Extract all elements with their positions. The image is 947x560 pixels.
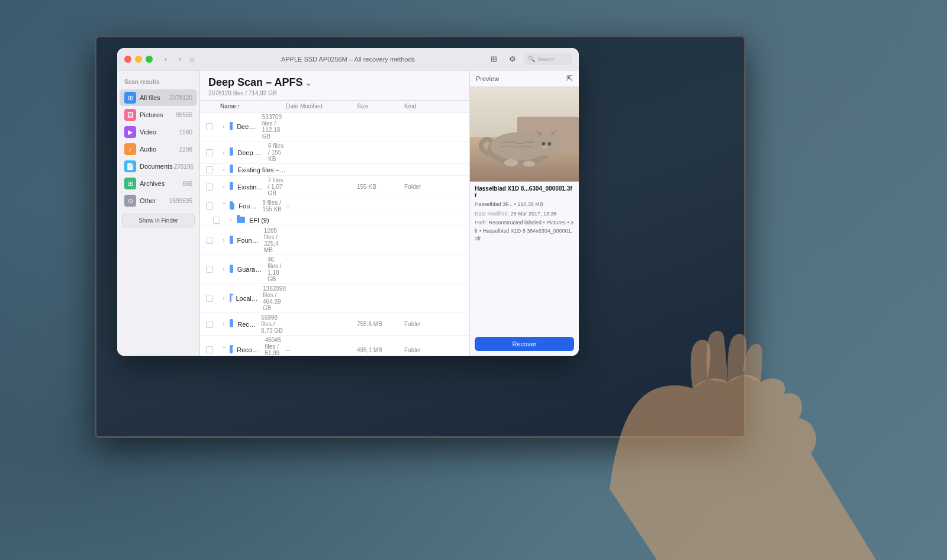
video-label: Video — [140, 128, 178, 136]
laptop-screen: ‹ › ⌂ APPLE SSD AP0256M – All recovery m… — [95, 36, 746, 438]
file-name-cell: › Reconstructed 56998 files / 8,73 GB — [220, 314, 286, 334]
nav-buttons: ‹ › — [160, 53, 186, 65]
documents-count: 278196 — [174, 163, 194, 170]
search-box[interactable]: 🔍 Search — [524, 53, 572, 65]
file-name-cell: › Deep Scan – APFS 533709 files / 112,18… — [220, 114, 286, 140]
file-name-cell: › Found files 9 files / 155 KB — [220, 199, 286, 213]
audio-label: Audio — [140, 146, 178, 153]
archives-count: 886 — [182, 181, 192, 187]
audio-icon: ♪ — [124, 143, 136, 155]
expand-icon[interactable]: › — [220, 149, 227, 156]
preview-filename: Hasselblad X1D 8...6304_000001.3fr — [470, 182, 579, 199]
table-row[interactable]: › Guaranteed Recovery 46 files / 1,18 GB — [200, 255, 469, 284]
sidebar-item-video[interactable]: ▶ Video 1580 — [120, 124, 197, 140]
row-checkbox[interactable] — [206, 184, 213, 191]
toolbar-right: ⊞ ⚙ 🔍 Search — [487, 53, 572, 65]
sidebar-item-pictures[interactable]: 🖼 Pictures 95555 — [120, 107, 197, 123]
table-row[interactable]: › Found files 9 files / 155 KB -- — [200, 198, 469, 214]
sidebar-item-audio[interactable]: ♪ Audio 2208 — [120, 141, 197, 157]
table-row[interactable]: › Local Time Machine Snapshots 1382098 f… — [200, 284, 469, 313]
filter-button[interactable]: ⚙ — [505, 53, 520, 65]
row-checkbox[interactable] — [213, 217, 220, 224]
expand-icon[interactable]: › — [220, 184, 227, 191]
svg-point-8 — [542, 145, 547, 149]
search-placeholder: Search — [537, 56, 555, 62]
home-button[interactable]: ⌂ — [189, 54, 194, 64]
minimize-button[interactable] — [135, 56, 142, 63]
table-row[interactable]: › Found files – APFS 1285 files / 325,4 … — [200, 226, 469, 255]
table-row[interactable]: › Reconstructed labeled 45045 files / 51… — [200, 336, 469, 356]
sidebar-item-all-files[interactable]: ⊞ All files 2078120 — [120, 89, 197, 106]
expand-icon[interactable]: › — [220, 346, 227, 353]
folder-icon — [230, 266, 233, 273]
content-header: Deep Scan – APFS ⌄ 2078120 files / 714,9… — [200, 70, 469, 101]
table-row[interactable]: › Existing files – 58917 files / 74,54 G… — [200, 164, 469, 176]
row-checkbox[interactable] — [206, 295, 213, 302]
expand-icon[interactable]: › — [220, 202, 227, 210]
documents-label: Documents — [140, 163, 173, 170]
size-column-header[interactable]: Size — [357, 103, 404, 110]
expand-icon[interactable]: › — [220, 237, 227, 244]
scene: ‹ › ⌂ APPLE SSD AP0256M – All recovery m… — [0, 0, 947, 560]
traffic-lights — [124, 56, 153, 63]
expand-icon[interactable]: › — [220, 166, 227, 173]
all-files-label: All files — [140, 94, 168, 101]
back-button[interactable]: ‹ — [160, 53, 172, 65]
expand-icon[interactable]: › — [227, 217, 234, 224]
preview-image — [470, 87, 579, 182]
svg-point-9 — [542, 142, 545, 146]
svg-point-11 — [504, 159, 518, 166]
preview-details: Hasselblad 3F... • 110,38 MB Date modifi… — [470, 199, 579, 246]
date-column-header[interactable]: Date Modified — [286, 103, 357, 110]
sort-arrow-icon: ↑ — [237, 103, 240, 110]
other-label: Other — [140, 197, 168, 204]
sidebar: Scan results ⊞ All files 2078120 🖼 Pictu… — [117, 70, 200, 356]
file-table: › Deep Scan – APFS 533709 files / 112,18… — [200, 112, 469, 356]
folder-icon — [230, 203, 234, 210]
file-name-cell: › EFI (9) — [227, 217, 286, 224]
name-column-header[interactable]: Name ↑ — [220, 103, 286, 110]
svg-point-10 — [547, 142, 551, 146]
row-checkbox[interactable] — [206, 346, 213, 353]
table-row[interactable]: › Reconstructed 56998 files / 8,73 GB 75… — [200, 313, 469, 336]
preview-expand-icon[interactable]: ⇱ — [566, 74, 573, 83]
kind-column-header[interactable]: Kind — [404, 103, 463, 110]
preview-header: Preview ⇱ — [470, 70, 579, 87]
sidebar-item-archives[interactable]: ⊞ Archives 886 — [120, 175, 197, 192]
file-name-cell: › Existing files – 58917 files / 74,54 G… — [220, 166, 286, 173]
window-title: APPLE SSD AP0256M – All recovery methods — [281, 56, 415, 63]
close-button[interactable] — [124, 56, 131, 63]
row-checkbox[interactable] — [206, 321, 213, 328]
recover-button[interactable]: Recover — [475, 337, 574, 351]
sidebar-item-documents[interactable]: 📄 Documents 278196 — [120, 158, 197, 175]
expand-icon[interactable]: › — [220, 123, 227, 130]
file-name-cell: › Guaranteed Recovery 46 files / 1,18 GB — [220, 256, 286, 282]
dropdown-arrow-icon[interactable]: ⌄ — [305, 78, 312, 88]
table-row[interactable]: › EFI (9) — [200, 214, 469, 226]
row-checkbox[interactable] — [206, 149, 213, 156]
row-checkbox[interactable] — [206, 123, 213, 130]
sidebar-item-other[interactable]: ⊙ Other 1699695 — [120, 192, 197, 209]
video-count: 1580 — [179, 129, 192, 136]
expand-icon[interactable]: › — [220, 295, 227, 302]
table-row[interactable]: › Existing files – APFS 7 files / 1,07 G… — [200, 176, 469, 198]
video-icon: ▶ — [124, 126, 136, 138]
forward-button[interactable]: › — [174, 53, 186, 65]
folder-icon — [230, 347, 233, 353]
all-files-icon: ⊞ — [124, 92, 136, 104]
row-checkbox[interactable] — [206, 266, 213, 273]
row-checkbox[interactable] — [206, 166, 213, 173]
maximize-button[interactable] — [146, 56, 153, 63]
row-checkbox[interactable] — [206, 202, 213, 210]
expand-icon[interactable]: › — [220, 321, 227, 328]
archives-icon: ⊞ — [124, 178, 136, 189]
row-checkbox[interactable] — [206, 237, 213, 244]
expand-icon[interactable]: › — [220, 266, 227, 273]
pictures-count: 95555 — [176, 112, 192, 118]
table-row[interactable]: › Deep Scan – FAT32 6 files / 155 KB — [200, 141, 469, 164]
show-in-finder-button[interactable]: Show in Finder — [122, 214, 195, 227]
file-name-cell: › Local Time Machine Snapshots 1382098 f… — [220, 285, 286, 311]
table-row[interactable]: › Deep Scan – APFS 533709 files / 112,18… — [200, 112, 469, 141]
preview-label: Preview — [476, 75, 499, 82]
view-toggle-button[interactable]: ⊞ — [487, 53, 501, 65]
